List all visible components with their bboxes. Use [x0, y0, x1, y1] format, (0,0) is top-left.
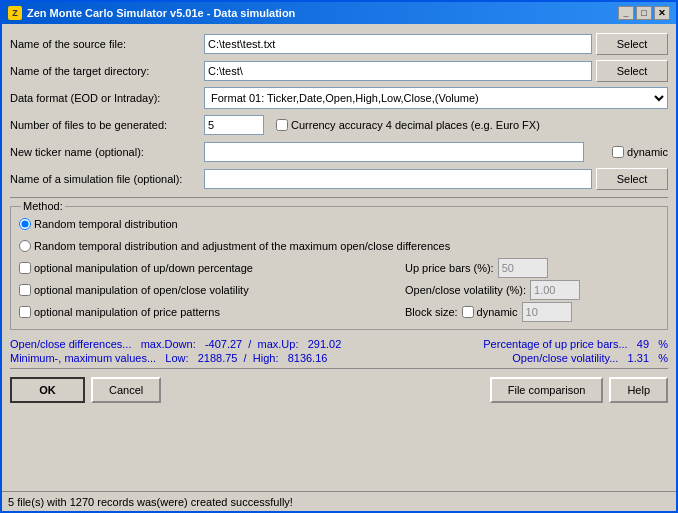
form-section: Name of the source file: Select Name of … — [10, 32, 668, 198]
method-option2-radio[interactable] — [19, 240, 31, 252]
simulation-file-row: Name of a simulation file (optional): Se… — [10, 167, 668, 191]
up-price-input[interactable] — [498, 258, 548, 278]
dynamic-checkbox[interactable] — [612, 146, 624, 158]
simulation-file-select-button[interactable]: Select — [596, 168, 668, 190]
window-body: Name of the source file: Select Name of … — [2, 24, 676, 491]
title-bar: Z Zen Monte Carlo Simulator v5.01e - Dat… — [2, 2, 676, 24]
num-files-row: Number of files to be generated: Currenc… — [10, 113, 668, 137]
ok-button[interactable]: OK — [10, 377, 85, 403]
close-button[interactable]: ✕ — [654, 6, 670, 20]
method-option5-checkbox[interactable] — [19, 306, 31, 318]
method-option2-left: Random temporal distribution and adjustm… — [19, 240, 399, 252]
stats-row-2: Minimum-, maximum values... Low: 2188.75… — [10, 352, 668, 364]
block-size-label: Block size: — [405, 306, 458, 318]
method-option5-row: optional manipulation of price patterns … — [19, 301, 659, 323]
data-format-select[interactable]: Format 01: Ticker,Date,Open,High,Low,Clo… — [204, 87, 668, 109]
status-bar: 5 file(s) with 1270 records was(were) cr… — [2, 491, 676, 511]
target-dir-input[interactable] — [204, 61, 592, 81]
bottom-buttons: OK Cancel File comparison Help — [10, 373, 668, 407]
method-option5-right: Block size: dynamic — [405, 302, 659, 322]
new-ticker-label: New ticker name (optional): — [10, 146, 200, 158]
vol-text: Open/close volatility... 1.31 % — [512, 352, 668, 364]
source-file-select-button[interactable]: Select — [596, 33, 668, 55]
method-option1-label[interactable]: Random temporal distribution — [19, 218, 178, 230]
method-option2-label[interactable]: Random temporal distribution and adjustm… — [19, 240, 450, 252]
stats-row-1: Open/close differences... max.Down: -407… — [10, 338, 668, 350]
open-close-vol-label: Open/close volatility (%): — [405, 284, 526, 296]
source-file-row: Name of the source file: Select — [10, 32, 668, 56]
simulation-file-label: Name of a simulation file (optional): — [10, 173, 200, 185]
up-bars-text: Percentage of up price bars... 49 % — [483, 338, 668, 350]
method-section-label: Method: — [21, 200, 65, 212]
method-option1-left: Random temporal distribution — [19, 218, 399, 230]
window-title: Zen Monte Carlo Simulator v5.01e - Data … — [27, 7, 295, 19]
min-max-text: Minimum-, maximum values... Low: 2188.75… — [10, 352, 327, 364]
minimize-button[interactable]: _ — [618, 6, 634, 20]
method-option1-row: Random temporal distribution — [19, 213, 659, 235]
target-dir-select-button[interactable]: Select — [596, 60, 668, 82]
method-option3-left: optional manipulation of up/down percent… — [19, 262, 399, 274]
method-option4-right: Open/close volatility (%): — [405, 280, 659, 300]
stats-section: Open/close differences... max.Down: -407… — [10, 334, 668, 369]
new-ticker-input[interactable] — [204, 142, 584, 162]
method-option1-radio[interactable] — [19, 218, 31, 230]
simulation-file-input[interactable] — [204, 169, 592, 189]
data-format-label: Data format (EOD or Intraday): — [10, 92, 200, 104]
block-size-input[interactable] — [522, 302, 572, 322]
method-option4-label[interactable]: optional manipulation of open/close vola… — [19, 284, 249, 296]
method-option5-left: optional manipulation of price patterns — [19, 306, 399, 318]
target-dir-label: Name of the target directory: — [10, 65, 200, 77]
block-dynamic-label[interactable]: dynamic — [462, 306, 518, 318]
up-price-label: Up price bars (%): — [405, 262, 494, 274]
right-button-group: File comparison Help — [490, 377, 668, 403]
new-ticker-row: New ticker name (optional): dynamic — [10, 140, 668, 164]
method-option3-label[interactable]: optional manipulation of up/down percent… — [19, 262, 253, 274]
num-files-input[interactable] — [204, 115, 264, 135]
method-option3-checkbox[interactable] — [19, 262, 31, 274]
title-bar-left: Z Zen Monte Carlo Simulator v5.01e - Dat… — [8, 6, 295, 20]
maximize-button[interactable]: □ — [636, 6, 652, 20]
dynamic-checkbox-label[interactable]: dynamic — [588, 146, 668, 158]
left-button-group: OK Cancel — [10, 377, 161, 403]
data-format-row: Data format (EOD or Intraday): Format 01… — [10, 86, 668, 110]
app-icon: Z — [8, 6, 22, 20]
target-dir-row: Name of the target directory: Select — [10, 59, 668, 83]
method-option5-label[interactable]: optional manipulation of price patterns — [19, 306, 220, 318]
status-message: 5 file(s) with 1270 records was(were) cr… — [8, 496, 293, 508]
method-section: Method: Random temporal distribution Ran… — [10, 206, 668, 330]
method-option2-row: Random temporal distribution and adjustm… — [19, 235, 659, 257]
currency-accuracy-checkbox[interactable] — [276, 119, 288, 131]
title-controls: _ □ ✕ — [618, 6, 670, 20]
method-option4-left: optional manipulation of open/close vola… — [19, 284, 399, 296]
open-close-vol-input[interactable] — [530, 280, 580, 300]
block-dynamic-checkbox[interactable] — [462, 306, 474, 318]
source-file-label: Name of the source file: — [10, 38, 200, 50]
currency-accuracy-label[interactable]: Currency accuracy 4 decimal places (e.g.… — [276, 119, 540, 131]
method-option3-right: Up price bars (%): — [405, 258, 659, 278]
open-close-diff-text: Open/close differences... max.Down: -407… — [10, 338, 341, 350]
method-option3-row: optional manipulation of up/down percent… — [19, 257, 659, 279]
cancel-button[interactable]: Cancel — [91, 377, 161, 403]
source-file-input[interactable] — [204, 34, 592, 54]
help-button[interactable]: Help — [609, 377, 668, 403]
file-comparison-button[interactable]: File comparison — [490, 377, 604, 403]
method-option4-row: optional manipulation of open/close vola… — [19, 279, 659, 301]
main-window: Z Zen Monte Carlo Simulator v5.01e - Dat… — [0, 0, 678, 513]
method-option4-checkbox[interactable] — [19, 284, 31, 296]
num-files-label: Number of files to be generated: — [10, 119, 200, 131]
